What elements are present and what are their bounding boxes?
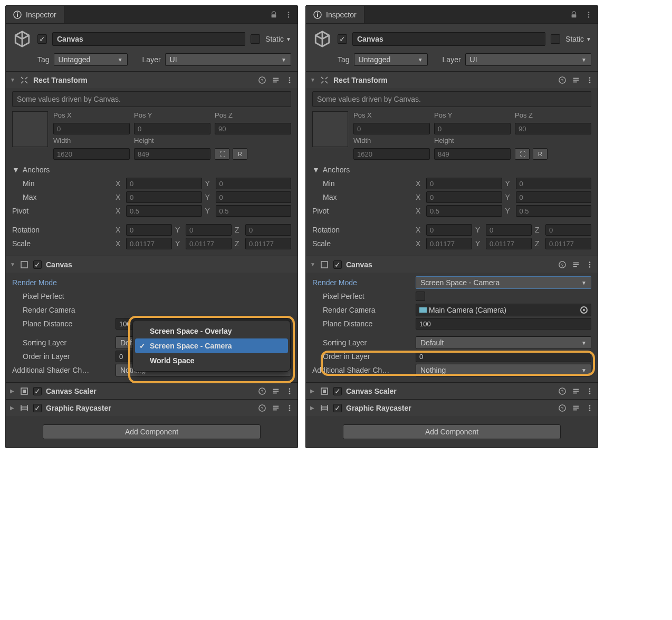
menu-dots-icon[interactable] [586, 388, 593, 395]
anchor-preset[interactable] [12, 111, 48, 147]
lock-icon[interactable] [270, 11, 277, 18]
canvas-scaler-enabled-checkbox[interactable] [33, 387, 42, 395]
blueprint-button[interactable]: ⛶ [515, 148, 530, 160]
help-icon[interactable]: ? [559, 76, 566, 84]
active-checkbox[interactable] [338, 34, 347, 44]
canvas-scaler-enabled-checkbox[interactable] [333, 387, 342, 395]
tag-dropdown[interactable]: Untagged▼ [54, 53, 128, 66]
pivot-y-field[interactable]: 0.5 [516, 205, 592, 217]
gameobject-icon[interactable] [312, 29, 332, 49]
static-checkbox[interactable] [551, 34, 560, 44]
preset-icon[interactable] [272, 404, 280, 412]
static-dropdown[interactable]: Static ▼ [265, 35, 291, 43]
object-picker-icon[interactable] [580, 306, 588, 314]
posx-field[interactable]: 0 [53, 123, 130, 134]
gameobject-icon[interactable] [12, 29, 32, 49]
inspector-tab[interactable]: Inspector [6, 6, 64, 23]
rot-z-field[interactable]: 0 [245, 224, 291, 236]
rect-transform-header[interactable]: ▼ Rect Transform ? [6, 71, 297, 88]
shader-channels-dropdown[interactable]: Nothing▼ [416, 364, 591, 376]
width-field[interactable]: 1620 [53, 148, 130, 160]
preset-icon[interactable] [572, 388, 580, 395]
max-y-field[interactable]: 0 [516, 191, 592, 203]
graphic-raycaster-header[interactable]: ▶ Graphic Raycaster ? [6, 399, 297, 416]
min-x-field[interactable]: 0 [126, 178, 202, 189]
graphic-raycaster-enabled-checkbox[interactable] [333, 404, 342, 412]
menu-dots-icon[interactable] [586, 76, 593, 84]
height-field[interactable]: 849 [434, 148, 511, 160]
render-camera-field[interactable]: Main Camera (Camera) [416, 304, 591, 316]
rot-z-field[interactable]: 0 [545, 224, 591, 236]
render-mode-dropdown[interactable]: Screen Space - Camera▼ [416, 276, 591, 289]
add-component-button[interactable]: Add Component [343, 424, 561, 439]
rot-y-field[interactable]: 0 [186, 224, 232, 236]
static-checkbox[interactable] [251, 34, 260, 44]
object-name-field[interactable]: Canvas [352, 32, 545, 46]
static-dropdown[interactable]: Static▼ [565, 35, 591, 43]
graphic-raycaster-enabled-checkbox[interactable] [33, 404, 42, 412]
plane-distance-field[interactable]: 100 [416, 318, 591, 330]
pivot-x-field[interactable]: 0.5 [426, 205, 502, 217]
help-icon[interactable]: ? [258, 76, 266, 84]
menu-dots-icon[interactable] [586, 261, 593, 268]
scale-z-field[interactable]: 0.01177 [245, 238, 291, 249]
sorting-layer-dropdown[interactable]: Default▼ [416, 336, 591, 349]
scale-z-field[interactable]: 0.01177 [545, 238, 591, 249]
preset-icon[interactable] [572, 404, 580, 412]
width-field[interactable]: 1620 [353, 148, 430, 160]
pivot-x-field[interactable]: 0.5 [126, 205, 202, 217]
help-icon[interactable]: ? [559, 404, 566, 412]
anchors-label[interactable]: Anchors [23, 166, 50, 174]
canvas-header[interactable]: ▼ Canvas ? [306, 256, 598, 273]
canvas-scaler-header[interactable]: ▶ Canvas Scaler ? [6, 382, 297, 399]
render-mode-option-overlay[interactable]: Screen Space - Overlay [135, 324, 288, 338]
menu-dots-icon[interactable] [286, 76, 293, 84]
active-checkbox[interactable] [37, 34, 47, 44]
anchor-preset[interactable] [312, 111, 348, 147]
add-component-button[interactable]: Add Component [43, 424, 261, 439]
help-icon[interactable]: ? [559, 261, 566, 268]
rot-y-field[interactable]: 0 [486, 224, 532, 236]
min-y-field[interactable]: 0 [216, 178, 292, 189]
order-field[interactable]: 0 [416, 351, 591, 362]
anchors-label[interactable]: Anchors [323, 166, 350, 174]
render-mode-option-world[interactable]: World Space [135, 353, 288, 368]
min-y-field[interactable]: 0 [516, 178, 592, 189]
scale-y-field[interactable]: 0.01177 [186, 238, 232, 249]
canvas-enabled-checkbox[interactable] [33, 260, 42, 269]
canvas-header[interactable]: ▼ Canvas [6, 256, 297, 273]
canvas-enabled-checkbox[interactable] [333, 260, 342, 269]
raw-button[interactable]: R [533, 148, 548, 160]
rot-x-field[interactable]: 0 [126, 224, 172, 236]
posy-field[interactable]: 0 [134, 123, 210, 134]
preset-icon[interactable] [572, 261, 580, 268]
min-x-field[interactable]: 0 [426, 178, 502, 189]
object-name-field[interactable]: Canvas [52, 32, 245, 46]
help-icon[interactable]: ? [258, 388, 266, 395]
raw-button[interactable]: R [233, 148, 247, 160]
pivot-y-field[interactable]: 0.5 [216, 205, 292, 217]
lock-icon[interactable] [570, 11, 578, 18]
help-icon[interactable]: ? [559, 388, 566, 395]
graphic-raycaster-header[interactable]: ▶ Graphic Raycaster ? [306, 399, 598, 416]
menu-dots-icon[interactable] [286, 388, 293, 395]
rect-transform-header[interactable]: ▼ Rect Transform ? [306, 71, 598, 88]
rot-x-field[interactable]: 0 [426, 224, 472, 236]
menu-dots-icon[interactable] [286, 404, 293, 412]
blueprint-button[interactable]: ⛶ [215, 148, 229, 160]
preset-icon[interactable] [272, 76, 280, 84]
scale-x-field[interactable]: 0.01177 [126, 238, 172, 249]
height-field[interactable]: 849 [134, 148, 210, 160]
preset-icon[interactable] [572, 76, 580, 84]
canvas-scaler-header[interactable]: ▶ Canvas Scaler ? [306, 382, 598, 399]
help-icon[interactable]: ? [258, 404, 266, 412]
posy-field[interactable]: 0 [434, 123, 511, 134]
scale-x-field[interactable]: 0.01177 [426, 238, 472, 249]
preset-icon[interactable] [272, 388, 280, 395]
tag-dropdown[interactable]: Untagged▼ [354, 53, 428, 66]
posx-field[interactable]: 0 [353, 123, 430, 134]
layer-dropdown[interactable]: UI▼ [165, 53, 291, 66]
menu-dots-icon[interactable] [585, 11, 592, 18]
scale-y-field[interactable]: 0.01177 [486, 238, 532, 249]
layer-dropdown[interactable]: UI▼ [465, 53, 591, 66]
